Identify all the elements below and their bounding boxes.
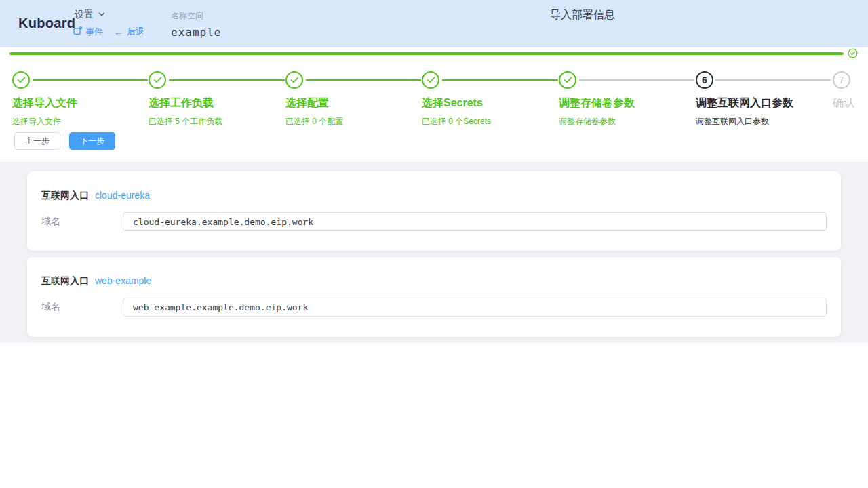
step-1-import-file: 选择导入文件 选择导入文件 (12, 71, 146, 127)
step-check-icon (12, 71, 30, 89)
brand-logo[interactable]: Kuboard (18, 16, 75, 31)
step-3-configs: 选择配置 已选择 0 个配置 (285, 71, 420, 127)
wizard-actions: 上一步 下一步 (14, 132, 115, 150)
app-header: Kuboard 设置 事件 ← 后退 名称空间 example 导入部署信息 (0, 0, 868, 47)
progress-complete-check-icon (848, 48, 858, 58)
step-check-icon (422, 71, 439, 89)
card-title-row: 互联网入口 web-example (41, 275, 827, 287)
step-subtitle: 已选择 0 个配置 (285, 116, 420, 127)
domain-input-cloud-eureka[interactable] (123, 212, 827, 231)
step-title: 选择导入文件 (12, 96, 146, 110)
back-arrow-icon: ← (114, 27, 123, 37)
step-title: 选择Secrets (422, 96, 556, 110)
step-check-icon (559, 71, 576, 89)
step-title: 调整存储卷参数 (559, 96, 693, 110)
step-number: 7 (833, 71, 850, 89)
page-title: 导入部署信息 (550, 8, 615, 22)
namespace-value: example (171, 26, 221, 39)
ingress-name-link[interactable]: cloud-eureka (95, 190, 150, 201)
ingress-title-label: 互联网入口 (41, 190, 89, 202)
ingress-title-label: 互联网入口 (41, 275, 89, 287)
domain-field-row: 域名 (41, 212, 827, 231)
step-title: 选择工作负载 (149, 96, 283, 110)
settings-menu[interactable]: 设置 (75, 9, 106, 21)
progress-bar (9, 52, 844, 55)
step-subtitle: 选择导入文件 (12, 116, 146, 127)
domain-field-row: 域名 (41, 298, 827, 317)
step-title: 选择配置 (285, 96, 420, 110)
header-links: 事件 ← 后退 (73, 26, 144, 38)
domain-label: 域名 (41, 301, 123, 313)
card-title-row: 互联网入口 cloud-eureka (41, 190, 827, 202)
ingress-card-web-example: 互联网入口 web-example 域名 (27, 257, 841, 337)
previous-step-button[interactable]: 上一步 (14, 132, 60, 150)
events-label: 事件 (85, 26, 103, 38)
domain-label: 域名 (41, 216, 123, 228)
step-5-volumes: 调整存储卷参数 调整存储卷参数 (559, 71, 693, 127)
back-label: 后退 (127, 26, 144, 38)
step-subtitle: 调整互联网入口参数 (696, 116, 830, 127)
back-link[interactable]: ← 后退 (114, 26, 144, 38)
namespace-label: 名称空间 (171, 10, 221, 22)
ingress-name-link[interactable]: web-example (95, 275, 151, 286)
step-subtitle: 已选择 0 个Secrets (422, 116, 556, 127)
step-6-ingress: 6 调整互联网入口参数 调整互联网入口参数 (696, 71, 830, 127)
step-subtitle: 已选择 5 个工作负载 (149, 116, 283, 127)
step-check-icon (149, 71, 166, 89)
domain-input-web-example[interactable] (123, 298, 827, 317)
step-7-confirm: 7 确认 (833, 71, 868, 110)
settings-label: 设置 (75, 9, 94, 21)
step-check-icon (285, 71, 303, 89)
step-4-secrets: 选择Secrets 已选择 0 个Secrets (422, 71, 556, 127)
wizard-stepper: 选择导入文件 选择导入文件 选择工作负载 已选择 5 个工作负载 选择配置 已选… (0, 71, 868, 125)
step-title: 确认 (833, 96, 868, 110)
step-number: 6 (696, 71, 713, 89)
ingress-card-cloud-eureka: 互联网入口 cloud-eureka 域名 (27, 171, 841, 251)
namespace-box: 名称空间 example (171, 10, 221, 39)
events-link[interactable]: 事件 (73, 26, 103, 38)
chevron-down-icon (98, 9, 106, 20)
external-window-icon (73, 26, 82, 37)
next-step-button[interactable]: 下一步 (69, 132, 115, 150)
step-title: 调整互联网入口参数 (696, 96, 830, 110)
step-2-workloads: 选择工作负载 已选择 5 个工作负载 (149, 71, 283, 127)
step-subtitle: 调整存储卷参数 (559, 116, 693, 127)
ingress-cards-section: 互联网入口 cloud-eureka 域名 互联网入口 web-example … (0, 162, 868, 343)
